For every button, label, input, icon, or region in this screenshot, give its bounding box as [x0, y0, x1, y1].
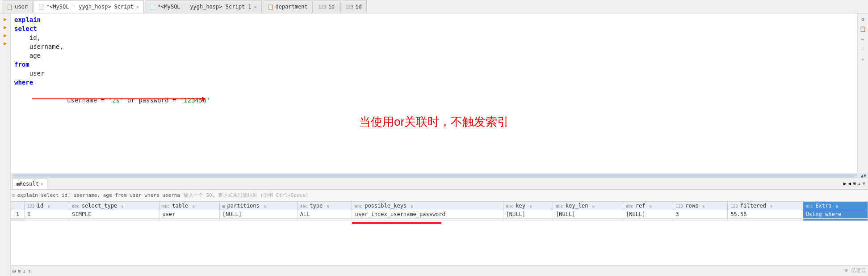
- tab-id2-icon: 123: [345, 4, 353, 9]
- tab-script1-close[interactable]: ✕: [254, 4, 257, 9]
- tab-id1[interactable]: 123 id: [314, 0, 340, 13]
- th-rownum: [11, 202, 25, 210]
- sort-icon-key-len[interactable]: ⇅: [592, 204, 595, 208]
- td-empty-6: [352, 219, 503, 221]
- scroll-area[interactable]: ▲▼: [11, 173, 868, 178]
- sort-icon-filtered[interactable]: ⇅: [770, 204, 772, 208]
- result-bottom-icon2[interactable]: ≡: [17, 268, 21, 274]
- td-empty-2: [69, 219, 159, 221]
- td-empty-9: [623, 219, 673, 221]
- sort-icon-table[interactable]: ⇅: [193, 204, 195, 208]
- side-icon-edit[interactable]: ✏: [859, 35, 867, 43]
- th-key[interactable]: abc key ⇅: [503, 202, 553, 210]
- tab-script-close[interactable]: ✕: [136, 4, 139, 9]
- code-line-5: age: [14, 51, 854, 60]
- tab-script-icon: 📄: [38, 4, 45, 10]
- side-icon-docs[interactable]: 📋: [859, 25, 867, 33]
- code-line-2: select: [14, 24, 854, 33]
- side-icon-gear[interactable]: ⚙: [859, 15, 867, 23]
- filter-left-icons: ⊞ explain select id, username, age from …: [13, 192, 180, 198]
- side-icon-menu[interactable]: ≡: [859, 45, 867, 53]
- td-select-type: SIMPLE: [69, 210, 159, 219]
- th-rows[interactable]: 123 rows ⇅: [673, 202, 728, 210]
- td-partitions: [NULL]: [219, 210, 297, 219]
- tab-script-label: *<MySQL - yygh_hosp> Script: [46, 4, 134, 10]
- sort-icon-partitions[interactable]: ⇅: [264, 204, 266, 208]
- editor-area: explain select id, username, age from us…: [11, 13, 868, 173]
- tab-id1-icon: 123: [319, 4, 327, 9]
- result-tab-main[interactable]: ▦ Result ✕: [13, 178, 47, 189]
- result-bottom-icon1[interactable]: ⊞: [13, 268, 16, 274]
- th-select-type[interactable]: abc select_type ⇅: [69, 202, 159, 210]
- scroll-track[interactable]: [13, 174, 857, 177]
- td-empty-7: [503, 219, 553, 221]
- td-empty-8: [553, 219, 623, 221]
- tab-user[interactable]: 📋 user: [2, 0, 33, 13]
- th-key-len[interactable]: abc key_len ⇅: [553, 202, 623, 210]
- tab-department[interactable]: 📋 department: [263, 0, 313, 13]
- gutter-icon-3[interactable]: ▶: [1, 31, 9, 39]
- result-toolbar-btn2[interactable]: ◀: [848, 181, 851, 187]
- td-ref: [NULL]: [623, 210, 673, 219]
- table-row: 1 1 SIMPLE user [NULL] ALL user_index_us…: [11, 210, 868, 219]
- td-possible-keys: user_index_username_password: [352, 210, 503, 219]
- result-bottom-icon3[interactable]: ↓: [22, 268, 25, 274]
- sort-icon-key[interactable]: ⇅: [529, 204, 532, 208]
- sort-icon-select-type[interactable]: ⇅: [122, 204, 124, 208]
- td-empty-5: [297, 219, 352, 221]
- red-result-underline: [352, 222, 441, 224]
- th-filtered[interactable]: 123 filtered ⇅: [728, 202, 803, 210]
- sort-icon-rows[interactable]: ⇅: [702, 204, 704, 208]
- sort-icon-extra[interactable]: ⇅: [836, 204, 838, 208]
- result-tab-bar: ▦ Result ✕ ▶ ◀ ⊞ ↓ ▼: [11, 178, 868, 190]
- th-table[interactable]: abc table ⇅: [159, 202, 219, 210]
- side-icon-down[interactable]: ↓: [859, 55, 867, 63]
- watermark-text: ⊕: [845, 268, 848, 273]
- th-id[interactable]: 123 id ⇅: [25, 202, 69, 210]
- td-empty-12: [803, 219, 868, 221]
- result-table[interactable]: 123 id ⇅ abc select_type ⇅ abc table ⇅: [11, 201, 868, 265]
- td-empty-3: [159, 219, 219, 221]
- result-bottom-icon4[interactable]: ↑: [28, 268, 31, 274]
- left-gutter: ▶ ▶ ▶ ▶: [0, 13, 11, 276]
- watermark: ⊕ 亿速云: [845, 267, 866, 274]
- sort-icon-id[interactable]: ⇅: [47, 204, 50, 208]
- content-area: explain select id, username, age from us…: [11, 13, 868, 276]
- tab-id2[interactable]: 123 id: [340, 0, 367, 13]
- tab-id2-label: id: [355, 4, 361, 10]
- table-header-row: 123 id ⇅ abc select_type ⇅ abc table ⇅: [11, 202, 868, 210]
- code-content[interactable]: explain select id, username, age from us…: [11, 13, 857, 173]
- th-possible-keys[interactable]: abc possible_keys ⇅: [352, 202, 503, 210]
- th-partitions[interactable]: ▦ partitions ⇅: [219, 202, 297, 210]
- gutter-icon-1[interactable]: ▶: [1, 15, 9, 23]
- tab-script[interactable]: 📄 *<MySQL - yygh_hosp> Script ✕: [34, 0, 144, 13]
- tab-script1[interactable]: 📄 *<MySQL - yygh_hosp> Script-1 ✕: [145, 0, 262, 13]
- red-arrow: [202, 97, 205, 101]
- code-line-1: explain: [14, 15, 854, 24]
- code-line-4: username,: [14, 42, 854, 51]
- result-panel: ▦ Result ✕ ▶ ◀ ⊞ ↓ ▼ ⊞ explain select id…: [11, 178, 868, 276]
- td-filtered: 55.56: [728, 210, 803, 219]
- result-tab-close[interactable]: ✕: [41, 182, 43, 187]
- right-side-panel: ⚙ 📋 ✏ ≡ ↓: [857, 13, 868, 173]
- filter-placeholder[interactable]: 输入一个 SQL 表达式来过滤结果 (使用 Ctrl+Space): [184, 192, 866, 199]
- scroll-arrow[interactable]: ▲▼: [861, 173, 866, 178]
- td-empty-4: [219, 219, 297, 221]
- th-type[interactable]: abc type ⇅: [297, 202, 352, 210]
- sort-icon-possible-keys[interactable]: ⇅: [411, 204, 413, 208]
- sort-icon-ref[interactable]: ⇅: [650, 204, 652, 208]
- result-toolbar-btn3[interactable]: ⊞: [853, 181, 856, 187]
- th-extra[interactable]: abc Extra ⇅: [803, 202, 868, 210]
- main-container: ▶ ▶ ▶ ▶ explain select id, username, age…: [0, 13, 868, 276]
- result-toolbar: ▶ ◀ ⊞ ↓ ▼: [843, 181, 868, 187]
- sort-icon-type[interactable]: ⇅: [327, 204, 329, 208]
- gutter-icon-4[interactable]: ▶: [1, 39, 9, 47]
- th-ref[interactable]: abc ref ⇅: [623, 202, 673, 210]
- result-toolbar-btn1[interactable]: ▶: [843, 181, 847, 187]
- code-line-8: where: [14, 78, 854, 87]
- result-toolbar-btn4[interactable]: ↓: [858, 181, 861, 187]
- td-empty-10: [673, 219, 728, 221]
- result-toolbar-more[interactable]: ▼: [862, 181, 865, 187]
- gutter-icon-2[interactable]: ▶: [1, 23, 9, 31]
- filter-row-icon: ⊞: [13, 192, 16, 198]
